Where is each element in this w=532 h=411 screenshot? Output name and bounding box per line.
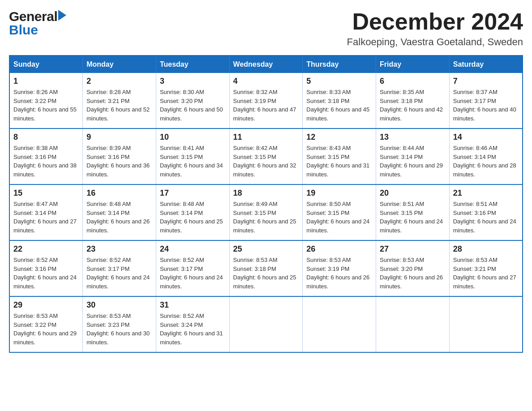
day-cell-13: 13 Sunrise: 8:44 AMSunset: 3:14 PMDaylig…	[376, 128, 450, 184]
day-cell-7: 7 Sunrise: 8:37 AMSunset: 3:17 PMDayligh…	[449, 73, 523, 128]
day-cell-1: 1 Sunrise: 8:26 AMSunset: 3:22 PMDayligh…	[9, 73, 83, 128]
day-info: Sunrise: 8:53 AMSunset: 3:23 PMDaylight:…	[86, 312, 152, 347]
day-info: Sunrise: 8:53 AMSunset: 3:20 PMDaylight:…	[380, 256, 446, 291]
day-number: 9	[86, 133, 152, 142]
day-info: Sunrise: 8:53 AMSunset: 3:22 PMDaylight:…	[13, 312, 79, 347]
day-number: 30	[86, 300, 152, 310]
day-number: 19	[306, 188, 372, 198]
day-info: Sunrise: 8:33 AMSunset: 3:18 PMDaylight:…	[306, 88, 372, 123]
day-cell-6: 6 Sunrise: 8:35 AMSunset: 3:18 PMDayligh…	[376, 73, 450, 128]
day-info: Sunrise: 8:32 AMSunset: 3:19 PMDaylight:…	[233, 88, 299, 123]
day-cell-23: 23 Sunrise: 8:52 AMSunset: 3:17 PMDaylig…	[83, 240, 156, 296]
day-cell-3: 3 Sunrise: 8:30 AMSunset: 3:20 PMDayligh…	[156, 73, 229, 128]
day-info: Sunrise: 8:44 AMSunset: 3:14 PMDaylight:…	[380, 144, 446, 179]
day-cell-27: 27 Sunrise: 8:53 AMSunset: 3:20 PMDaylig…	[376, 240, 450, 296]
day-cell-4: 4 Sunrise: 8:32 AMSunset: 3:19 PMDayligh…	[229, 73, 303, 128]
day-number: 14	[453, 133, 519, 142]
day-cell-17: 17 Sunrise: 8:48 AMSunset: 3:14 PMDaylig…	[156, 184, 229, 240]
day-number: 5	[306, 77, 372, 86]
day-cell-29: 29 Sunrise: 8:53 AMSunset: 3:22 PMDaylig…	[9, 296, 83, 352]
day-number: 21	[453, 188, 519, 198]
weekday-header-sunday: Sunday	[9, 56, 83, 73]
day-number: 2	[86, 77, 152, 86]
month-title: December 2024	[347, 9, 523, 34]
day-cell-8: 8 Sunrise: 8:38 AMSunset: 3:16 PMDayligh…	[9, 128, 83, 184]
day-info: Sunrise: 8:38 AMSunset: 3:16 PMDaylight:…	[13, 144, 79, 179]
day-number: 31	[160, 300, 226, 310]
day-cell-15: 15 Sunrise: 8:47 AMSunset: 3:14 PMDaylig…	[9, 184, 83, 240]
day-info: Sunrise: 8:46 AMSunset: 3:14 PMDaylight:…	[453, 144, 519, 179]
day-number: 20	[380, 188, 446, 198]
day-number: 28	[453, 244, 519, 254]
week-row-1: 1 Sunrise: 8:26 AMSunset: 3:22 PMDayligh…	[9, 73, 523, 128]
day-number: 3	[160, 77, 226, 86]
day-number: 25	[233, 244, 299, 254]
week-row-4: 22 Sunrise: 8:52 AMSunset: 3:16 PMDaylig…	[9, 240, 523, 296]
day-info: Sunrise: 8:37 AMSunset: 3:17 PMDaylight:…	[453, 88, 519, 123]
svg-marker-0	[58, 10, 66, 21]
day-info: Sunrise: 8:52 AMSunset: 3:17 PMDaylight:…	[160, 256, 226, 291]
day-cell-24: 24 Sunrise: 8:52 AMSunset: 3:17 PMDaylig…	[156, 240, 229, 296]
logo: General Blue	[9, 9, 66, 38]
weekday-header-monday: Monday	[83, 56, 156, 73]
day-number: 27	[380, 244, 446, 254]
week-row-3: 15 Sunrise: 8:47 AMSunset: 3:14 PMDaylig…	[9, 184, 523, 240]
weekday-header-saturday: Saturday	[449, 56, 523, 73]
day-info: Sunrise: 8:51 AMSunset: 3:16 PMDaylight:…	[453, 200, 519, 235]
day-info: Sunrise: 8:39 AMSunset: 3:16 PMDaylight:…	[86, 144, 152, 179]
day-info: Sunrise: 8:52 AMSunset: 3:24 PMDaylight:…	[160, 312, 226, 347]
day-info: Sunrise: 8:53 AMSunset: 3:18 PMDaylight:…	[233, 256, 299, 291]
day-cell-19: 19 Sunrise: 8:50 AMSunset: 3:15 PMDaylig…	[303, 184, 376, 240]
day-info: Sunrise: 8:53 AMSunset: 3:21 PMDaylight:…	[453, 256, 519, 291]
calendar-table: SundayMondayTuesdayWednesdayThursdayFrid…	[9, 55, 523, 353]
day-cell-28: 28 Sunrise: 8:53 AMSunset: 3:21 PMDaylig…	[449, 240, 523, 296]
day-cell-21: 21 Sunrise: 8:51 AMSunset: 3:16 PMDaylig…	[449, 184, 523, 240]
day-cell-18: 18 Sunrise: 8:49 AMSunset: 3:15 PMDaylig…	[229, 184, 303, 240]
day-cell-16: 16 Sunrise: 8:48 AMSunset: 3:14 PMDaylig…	[83, 184, 156, 240]
weekday-header-friday: Friday	[376, 56, 450, 73]
week-row-5: 29 Sunrise: 8:53 AMSunset: 3:22 PMDaylig…	[9, 296, 523, 352]
day-cell-9: 9 Sunrise: 8:39 AMSunset: 3:16 PMDayligh…	[83, 128, 156, 184]
day-cell-2: 2 Sunrise: 8:28 AMSunset: 3:21 PMDayligh…	[83, 73, 156, 128]
day-cell-12: 12 Sunrise: 8:43 AMSunset: 3:15 PMDaylig…	[303, 128, 376, 184]
day-info: Sunrise: 8:50 AMSunset: 3:15 PMDaylight:…	[306, 200, 372, 235]
day-number: 4	[233, 77, 299, 86]
day-info: Sunrise: 8:48 AMSunset: 3:14 PMDaylight:…	[160, 200, 226, 235]
day-info: Sunrise: 8:41 AMSunset: 3:15 PMDaylight:…	[160, 144, 226, 179]
logo-general-text: General	[9, 9, 57, 24]
title-area: December 2024 Falkoeping, Vaestra Goetal…	[347, 9, 523, 48]
day-number: 13	[380, 133, 446, 142]
day-cell-25: 25 Sunrise: 8:53 AMSunset: 3:18 PMDaylig…	[229, 240, 303, 296]
day-info: Sunrise: 8:49 AMSunset: 3:15 PMDaylight:…	[233, 200, 299, 235]
day-number: 1	[13, 77, 79, 86]
day-number: 6	[380, 77, 446, 86]
day-info: Sunrise: 8:26 AMSunset: 3:22 PMDaylight:…	[13, 88, 79, 123]
day-number: 26	[306, 244, 372, 254]
day-number: 29	[13, 300, 79, 310]
location-text: Falkoeping, Vaestra Goetaland, Sweden	[347, 36, 523, 48]
day-number: 7	[453, 77, 519, 86]
day-info: Sunrise: 8:48 AMSunset: 3:14 PMDaylight:…	[86, 200, 152, 235]
logo-flag-icon	[58, 10, 66, 22]
day-info: Sunrise: 8:47 AMSunset: 3:14 PMDaylight:…	[13, 200, 79, 235]
day-info: Sunrise: 8:28 AMSunset: 3:21 PMDaylight:…	[86, 88, 152, 123]
logo-blue-text: Blue	[9, 22, 38, 37]
day-number: 12	[306, 133, 372, 142]
day-number: 22	[13, 244, 79, 254]
day-number: 17	[160, 188, 226, 198]
day-cell-10: 10 Sunrise: 8:41 AMSunset: 3:15 PMDaylig…	[156, 128, 229, 184]
day-number: 16	[86, 188, 152, 198]
day-cell-5: 5 Sunrise: 8:33 AMSunset: 3:18 PMDayligh…	[303, 73, 376, 128]
day-cell-22: 22 Sunrise: 8:52 AMSunset: 3:16 PMDaylig…	[9, 240, 83, 296]
day-number: 15	[13, 188, 79, 198]
day-number: 10	[160, 133, 226, 142]
day-number: 24	[160, 244, 226, 254]
day-cell-20: 20 Sunrise: 8:51 AMSunset: 3:15 PMDaylig…	[376, 184, 450, 240]
day-info: Sunrise: 8:35 AMSunset: 3:18 PMDaylight:…	[380, 88, 446, 123]
header: General Blue December 2024 Falkoeping, V…	[9, 9, 523, 48]
day-number: 18	[233, 188, 299, 198]
day-cell-26: 26 Sunrise: 8:53 AMSunset: 3:19 PMDaylig…	[303, 240, 376, 296]
day-cell-14: 14 Sunrise: 8:46 AMSunset: 3:14 PMDaylig…	[449, 128, 523, 184]
day-info: Sunrise: 8:53 AMSunset: 3:19 PMDaylight:…	[306, 256, 372, 291]
weekday-header-wednesday: Wednesday	[229, 56, 303, 73]
